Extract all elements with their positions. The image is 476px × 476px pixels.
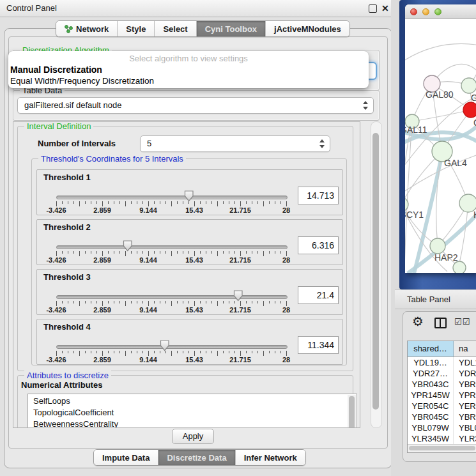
intervals-combobox[interactable]: 5 bbox=[140, 135, 330, 152]
column-split-icon[interactable] bbox=[434, 318, 447, 328]
network-node[interactable] bbox=[463, 102, 476, 118]
dropdown-hint-option[interactable]: Select algorithm to view settings bbox=[8, 54, 369, 63]
table-row[interactable]: YDL19… YDL1 bbox=[408, 357, 476, 368]
cell-shared-name[interactable]: YPR145W bbox=[408, 390, 454, 401]
threshold-slider-track[interactable] bbox=[56, 196, 288, 199]
slider-tick bbox=[275, 251, 275, 254]
cell-name[interactable]: YBR0 bbox=[454, 411, 476, 422]
network-window[interactable]: GAL80GALCGAL11GAL4GCY1HHAP2 bbox=[405, 4, 476, 273]
threshold-value-field[interactable]: 21.4 bbox=[298, 286, 339, 304]
column-header-name[interactable]: na bbox=[454, 341, 476, 357]
slider-thumb[interactable] bbox=[233, 290, 243, 302]
threshold-panel: Threshold 4 -3.4262.8599.14415.4321.7152… bbox=[36, 319, 343, 365]
slider-tick bbox=[286, 351, 287, 356]
slider-tick-label: 28 bbox=[282, 306, 290, 314]
tab-network[interactable]: Network bbox=[56, 21, 118, 36]
tab-impute-data[interactable]: Impute Data bbox=[94, 450, 158, 465]
cell-shared-name[interactable]: YER054C bbox=[408, 401, 454, 411]
gear-icon[interactable]: ⚙ bbox=[412, 314, 424, 329]
table-row[interactable]: YPR145W YPR1 bbox=[408, 390, 476, 401]
table-row[interactable]: YBR045C YBR0 bbox=[408, 411, 476, 422]
threshold-slider-track[interactable] bbox=[56, 245, 288, 249]
cell-shared-name[interactable]: YBR043C bbox=[408, 379, 454, 390]
slider-tick bbox=[62, 301, 63, 303]
cell-shared-name[interactable]: YBR045C bbox=[408, 411, 454, 422]
network-edge[interactable] bbox=[405, 43, 476, 61]
cell-shared-name[interactable]: YLR345W bbox=[408, 433, 454, 444]
slider-tick bbox=[194, 201, 195, 206]
table-data-combobox[interactable]: galFiltered.sif default node bbox=[17, 97, 374, 114]
checkbox-columns-icon[interactable]: ☑☑ bbox=[454, 317, 470, 326]
dropdown-option-equal-width[interactable]: Equal Width/Frequency Discretization bbox=[10, 76, 154, 86]
slider-tick bbox=[85, 351, 86, 353]
minimize-traffic-light[interactable] bbox=[422, 8, 429, 15]
slider-tick bbox=[240, 351, 241, 356]
slider-tick bbox=[188, 251, 189, 254]
slider-tick bbox=[62, 251, 63, 254]
slider-thumb[interactable] bbox=[160, 340, 170, 351]
network-edge[interactable] bbox=[412, 110, 471, 121]
close-icon[interactable]: ✕ bbox=[381, 2, 389, 15]
attribute-list-item[interactable]: TopologicalCoefficient bbox=[28, 407, 357, 418]
network-node[interactable] bbox=[453, 261, 466, 273]
attribute-list-item[interactable]: BetweennessCentrality bbox=[28, 418, 357, 428]
cell-name[interactable]: YBR0 bbox=[454, 379, 476, 390]
table-rows: YDL19… YDL1 YDR27… YDR2 YBR043C YBR0 YPR… bbox=[408, 357, 476, 446]
tab-cyni-toolbox[interactable]: Cyni Toolbox bbox=[197, 21, 266, 36]
slider-tick bbox=[125, 301, 126, 306]
zoom-traffic-light[interactable] bbox=[434, 8, 441, 15]
dropdown-option-manual[interactable]: Manual Discretization bbox=[10, 65, 102, 75]
slider-thumb[interactable] bbox=[123, 240, 133, 252]
attributes-list[interactable]: SelfLoopsTopologicalCoefficientBetweenne… bbox=[27, 394, 357, 428]
table-hscrollbar-thumb[interactable] bbox=[409, 446, 475, 450]
cell-shared-name[interactable]: YBL079W bbox=[408, 422, 454, 433]
tab-select[interactable]: Select bbox=[155, 21, 196, 36]
list-scrollbar[interactable] bbox=[348, 395, 356, 428]
cell-name[interactable]: YDR2 bbox=[454, 368, 476, 379]
threshold-value-field[interactable]: 14.713 bbox=[298, 187, 339, 204]
column-header-shared-name[interactable]: shared… bbox=[408, 341, 454, 357]
slider-tick-label: 15.43 bbox=[185, 356, 203, 364]
slider-thumb[interactable] bbox=[184, 190, 194, 202]
attributes-list-items: SelfLoopsTopologicalCoefficientBetweenne… bbox=[28, 394, 357, 428]
cell-name[interactable]: YDL1 bbox=[454, 357, 476, 368]
cell-name[interactable]: YBL0 bbox=[454, 422, 476, 433]
slider-tick bbox=[108, 301, 109, 303]
table-row[interactable]: YLR345W YLR3 bbox=[408, 433, 476, 444]
table-row[interactable]: YER054C YER0 bbox=[408, 401, 476, 411]
tab-style[interactable]: Style bbox=[118, 21, 155, 36]
apply-button[interactable]: Apply bbox=[172, 429, 214, 444]
network-canvas[interactable]: GAL80GALCGAL11GAL4GCY1HHAP2 bbox=[405, 19, 476, 273]
slider-tick-label: -3.426 bbox=[46, 256, 66, 264]
threshold-slider-track[interactable] bbox=[56, 345, 288, 349]
slider-tick bbox=[171, 251, 172, 256]
threshold-slider-track[interactable] bbox=[56, 295, 288, 299]
table-horizontal-scrollbar[interactable] bbox=[408, 444, 476, 452]
threshold-value-field[interactable]: 11.344 bbox=[298, 336, 339, 354]
threshold-value-field[interactable]: 6.316 bbox=[298, 236, 339, 254]
network-edge[interactable] bbox=[405, 121, 412, 268]
tab-infer-network[interactable]: Infer Network bbox=[236, 450, 305, 465]
panel-scrollbar-thumb[interactable] bbox=[372, 133, 379, 410]
cell-shared-name[interactable]: YDR27… bbox=[408, 368, 454, 379]
close-traffic-light[interactable] bbox=[410, 8, 417, 15]
slider-tick-label: 21.715 bbox=[229, 306, 251, 314]
table-row[interactable]: YBR043C YBR0 bbox=[408, 379, 476, 390]
cell-shared-name[interactable]: YDL19… bbox=[408, 357, 454, 368]
attribute-list-item[interactable]: SelfLoops bbox=[28, 395, 357, 407]
cell-name[interactable]: YPR1 bbox=[454, 390, 476, 401]
network-node[interactable] bbox=[430, 238, 445, 254]
slider-tick bbox=[119, 301, 120, 303]
panel-scrollbar[interactable] bbox=[371, 121, 382, 428]
tab-jactivemnodules[interactable]: jActiveMNodules bbox=[266, 21, 349, 36]
cell-name[interactable]: YER0 bbox=[454, 401, 476, 411]
float-window-icon[interactable] bbox=[369, 4, 377, 13]
list-scrollbar-thumb[interactable] bbox=[349, 396, 355, 428]
network-edge[interactable] bbox=[459, 203, 468, 266]
cell-name[interactable]: YLR3 bbox=[454, 433, 476, 444]
slider-tick bbox=[177, 351, 178, 353]
network-node[interactable] bbox=[461, 78, 476, 93]
table-row[interactable]: YDR27… YDR2 bbox=[408, 368, 476, 379]
tab-discretize-data[interactable]: Discretize Data bbox=[158, 450, 235, 465]
table-row[interactable]: YBL079W YBL0 bbox=[408, 422, 476, 433]
